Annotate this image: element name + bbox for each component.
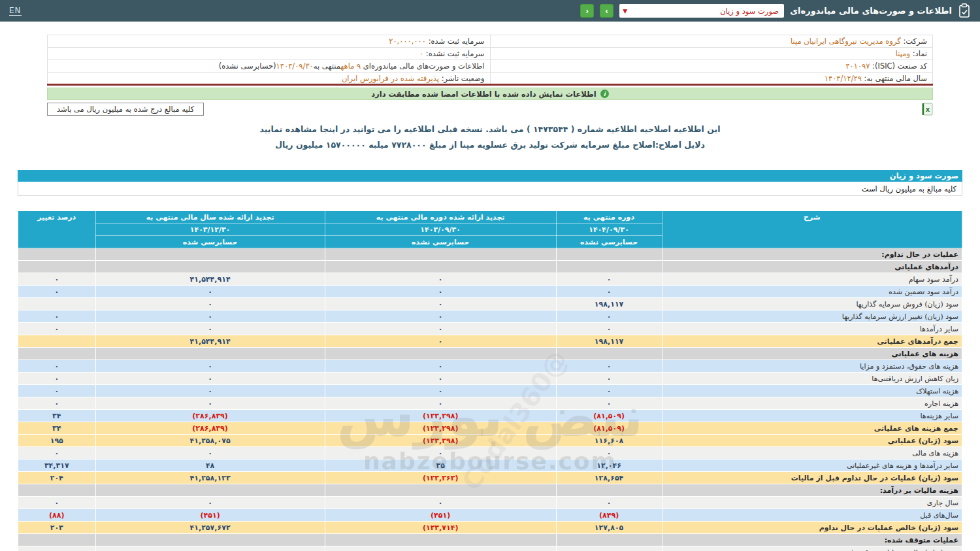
statement-row: سود (زیان) عملیات در حال تداوم قبل از ما… (18, 472, 962, 484)
row-label: هزینه های مالی (662, 447, 962, 459)
row-label: سود (زیان) خالص عملیات متوقف شده (662, 546, 962, 551)
row-value: ۱۱۶,۶۰۸ (556, 435, 662, 447)
statement-row: سود (زیان) تغییر ارزش سرمایه گذاریها۰۰۰۰ (18, 310, 962, 323)
clipboard-icon (958, 3, 971, 18)
row-value: ۰ (556, 310, 662, 323)
row-value: ۴۱,۲۵۸,۱۲۳ (95, 472, 325, 484)
issuer-status-value: پذیرفته شده در فرابورس ایران (342, 74, 439, 83)
row-label: سال جاری (662, 497, 962, 509)
column-header-restated-period: تجدید ارائه شده دوره مالی منتهی به (325, 211, 556, 224)
section-header-row: عملیات متوقف شده: (18, 534, 962, 546)
row-value: ۰ (556, 447, 662, 459)
row-value (556, 484, 662, 497)
row-value: ۱۲۷,۸۰۵ (556, 522, 662, 534)
row-value: ۰ (95, 447, 325, 459)
previous-report-button[interactable]: ‹ (580, 4, 594, 18)
info-row: شرکت: گروه مدیریت نیروگاهی ایرانیان مپنا… (48, 35, 933, 48)
row-value: ۰ (95, 323, 325, 335)
row-value: ۰ (325, 323, 556, 335)
row-value: ۴۱,۵۴۴,۹۱۴ (95, 335, 325, 348)
statement-row: سود (زیان) عملیاتی۱۱۶,۶۰۸(۱۲۳,۲۹۸)۴۱,۲۵۸… (18, 435, 962, 447)
row-value: (۴۵۱) (95, 509, 325, 522)
statement-row: هزینه های مالی۰۰۰۰ (18, 447, 962, 459)
previous-version-link[interactable]: اینجا (319, 124, 338, 134)
row-value (95, 534, 325, 546)
row-label: سود (زیان) فروش سرمایه گذاریها (662, 298, 962, 310)
row-label: عملیات متوقف شده: (662, 534, 962, 546)
row-value (18, 348, 96, 360)
excel-export-icon[interactable]: x (922, 103, 933, 118)
units-toolbar: x کلیه مبالغ درج شده به میلیون ریال می ب… (47, 103, 933, 118)
row-value: ۰ (556, 546, 662, 551)
column-audit-status-current: حسابرسی نشده (556, 236, 662, 248)
row-value (18, 335, 96, 348)
row-label: جمع درآمدهای عملیاتی (662, 335, 962, 348)
row-label: درآمدهای عملیاتی (662, 261, 962, 273)
row-value: ۰ (556, 273, 662, 286)
row-value (556, 348, 662, 360)
company-info-table: شرکت: گروه مدیریت نیروگاهی ایرانیان مپنا… (47, 35, 933, 86)
row-label: سال‌های قبل (662, 509, 962, 522)
info-row: سال مالی منتهی به: ۱۴۰۴/۱۲/۲۹ وضعیت ناشر… (48, 73, 933, 85)
row-value (325, 534, 556, 546)
row-value: (۸۱,۵۰۹) (556, 422, 662, 435)
row-value: ۳۵ (325, 459, 556, 472)
column-date-restated-year: ۱۴۰۳/۱۲/۳۰ (95, 224, 325, 236)
company-label: شرکت: (903, 37, 927, 46)
row-value: ۰ (18, 447, 96, 459)
page-title: اطلاعات و صورت‌های مالی میاندوره‌ای (790, 6, 952, 16)
row-value: ۰ (556, 286, 662, 298)
row-value: ۰ (95, 385, 325, 397)
income-statement-table: شرح دوره منتهی به تجدید ارائه شده دوره م… (18, 210, 962, 551)
row-value: ۰ (18, 286, 96, 298)
row-value: ۰ (18, 373, 96, 385)
row-value: ۰ (325, 497, 556, 509)
row-value: ۱۹۵ (18, 435, 96, 447)
report-type-selected-value: صورت سود و زیان (625, 7, 779, 16)
next-report-button[interactable]: › (600, 4, 613, 18)
row-label: سایر درآمدها (662, 323, 962, 335)
row-value: ۰ (325, 335, 556, 348)
row-value (325, 248, 556, 261)
column-header-description: شرح (662, 211, 962, 248)
info-icon: i (600, 90, 609, 98)
ticker-symbol: ومپنا (896, 49, 910, 58)
row-label: سود (زیان) خالص عملیات در حال تداوم (662, 522, 962, 534)
row-value (18, 261, 96, 273)
row-value: ۰ (556, 360, 662, 373)
section-header-row: درآمدهای عملیاتی (18, 261, 962, 273)
units-note-box: کلیه مبالغ درج شده به میلیون ریال می باش… (47, 103, 204, 116)
row-value: ۰ (325, 310, 556, 323)
amendment-notice-line: این اطلاعیه اصلاحیه اطلاعیه شماره ( ۱۴۷۳… (47, 124, 933, 134)
signed-data-message: اطلاعات نمایش داده شده با اطلاعات امضا ش… (371, 90, 596, 99)
row-label: هزینه مالیات بر درآمد: (662, 484, 962, 497)
row-value (18, 298, 96, 310)
statement-row: سال‌های قبل(۸۴۹)(۴۵۱)(۴۵۱)(۸۸) (18, 509, 962, 522)
row-value (18, 248, 96, 261)
row-value: ۳۴,۳۱۷ (18, 459, 96, 472)
column-header-current-period: دوره منتهی به (556, 211, 662, 224)
row-value: ۰ (18, 385, 96, 397)
row-value: ۱۲,۰۴۶ (556, 459, 662, 472)
row-value: (۱۲۳,۲۹۸) (325, 435, 556, 447)
table-header: شرح دوره منتهی به تجدید ارائه شده دوره م… (18, 211, 962, 248)
column-date-restated-period: ۱۴۰۳/۰۹/۳۰ (325, 224, 556, 236)
statement-row: سایر هزینه‌ها(۸۱,۵۰۹)(۱۲۳,۲۹۸)(۲۸۶,۸۳۹)۳… (18, 410, 962, 422)
row-value: ۲۰۳ (18, 522, 96, 534)
row-value: (۲۸۶,۸۳۹) (95, 422, 325, 435)
language-switch-en[interactable]: EN (9, 6, 22, 16)
row-value (95, 348, 325, 360)
report-type-select[interactable]: صورت سود و زیان ▼ (619, 4, 784, 18)
row-value: ۰ (95, 373, 325, 385)
row-value: ۰ (325, 273, 556, 286)
info-cell-registered-capital: سرمایه ثبت شده: ۲۰,۰۰۰,۰۰۰ (48, 35, 491, 48)
row-value: ۱۹۸,۱۱۷ (556, 298, 662, 310)
info-cell-isic: کد صنعت (ISIC): ۴۰۱۰۹۷ (490, 60, 933, 73)
row-value: ۴۱,۵۴۴,۹۱۴ (95, 273, 325, 286)
row-value (556, 534, 662, 546)
statement-row: درآمد سود سهام۰۰۴۱,۵۴۴,۹۱۴۰ (18, 273, 962, 286)
row-value: (۸۱,۵۰۹) (556, 410, 662, 422)
row-value: ۰ (95, 546, 325, 551)
amendment-reason-line: دلایل اصلاح:اصلاح مبلغ سرمایه شرکت تولید… (47, 140, 933, 150)
fiscal-year-end-value: ۱۴۰۴/۱۲/۲۹ (825, 74, 862, 83)
